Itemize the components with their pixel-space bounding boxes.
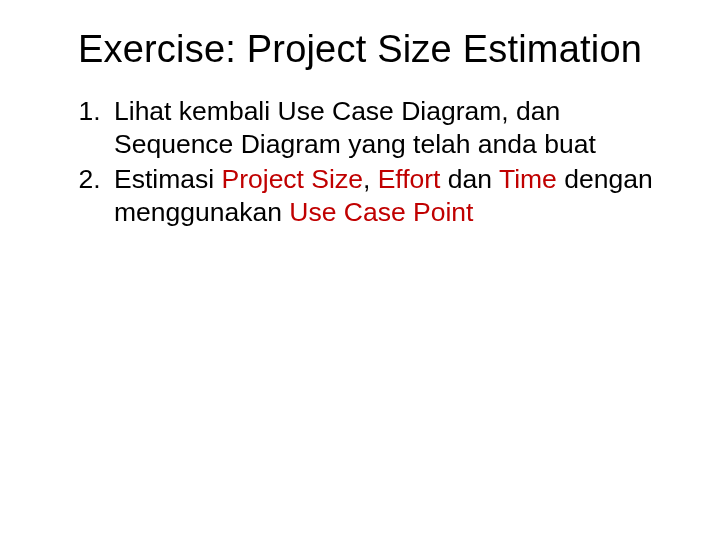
list-item: Lihat kembali Use Case Diagram, dan Sequ… xyxy=(108,95,682,161)
list-item: Estimasi Project Size, Effort dan Time d… xyxy=(108,163,682,229)
item-text: Lihat kembali Use Case Diagram, dan Sequ… xyxy=(114,96,596,159)
slide-title: Exercise: Project Size Estimation xyxy=(38,28,682,71)
highlight-text: Effort xyxy=(378,164,448,194)
highlight-text: Use Case Point xyxy=(289,197,473,227)
highlight-text: Time xyxy=(499,164,564,194)
item-text: dan xyxy=(448,164,499,194)
item-text: Estimasi xyxy=(114,164,222,194)
exercise-list: Lihat kembali Use Case Diagram, dan Sequ… xyxy=(38,95,682,230)
highlight-text: Project Size xyxy=(222,164,363,194)
item-text: , xyxy=(363,164,378,194)
